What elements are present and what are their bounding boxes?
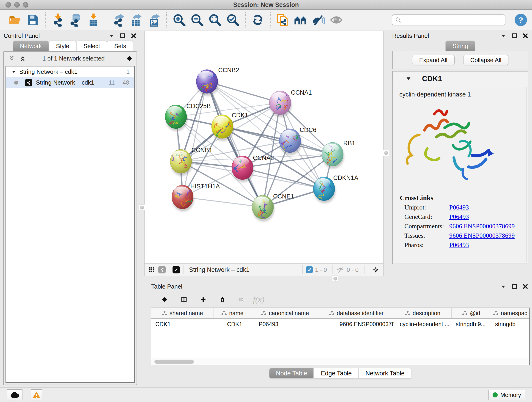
edge-CCNB2-HIST1H1A[interactable] [183, 82, 207, 197]
first-neighbors-button[interactable] [293, 12, 308, 27]
left-splitter-handle[interactable] [139, 204, 145, 211]
results-panel-float-button[interactable] [511, 33, 517, 39]
tab-string[interactable]: String [445, 41, 475, 51]
hidden-eye-icon [312, 13, 325, 27]
zoom-selected-icon [226, 13, 239, 27]
import-table-icon [87, 13, 100, 27]
zoom-fit-button[interactable] [207, 12, 222, 27]
compartments-link[interactable]: 9606.ENSP00000378699 [449, 223, 515, 230]
bottom-splitter-handle[interactable] [332, 275, 338, 281]
search-icon [395, 17, 401, 23]
import-network-button[interactable] [50, 12, 65, 27]
table-panel-float-button[interactable] [511, 283, 517, 289]
cytoscape-window: Session: New Session [0, 0, 532, 402]
column-header[interactable]: name [214, 308, 251, 318]
show-columns-button[interactable] [181, 297, 187, 303]
chevron-down-icon [500, 33, 506, 39]
grid-view-button[interactable] [149, 267, 155, 273]
network-row[interactable]: String Network – cdk1 11 48 [6, 77, 134, 88]
left-splitter[interactable] [140, 31, 144, 387]
column-header[interactable]: description [394, 308, 452, 318]
network-graph[interactable]: CCNB2CCNA1CDC25BCDK1CDC6RB1CCNB1CCNA2CDK… [145, 31, 383, 263]
results-panel-close-button[interactable] [522, 33, 528, 39]
help-button[interactable]: ? [515, 14, 527, 26]
tab-select[interactable]: Select [76, 41, 107, 51]
pharos-link[interactable]: P06493 [449, 241, 469, 249]
uniprot-link[interactable]: P06493 [449, 204, 469, 211]
network-options-button[interactable] [127, 56, 133, 61]
tab-node-table[interactable]: Node Table [269, 368, 314, 379]
network-collection-row[interactable]: String Network – cdk1 1 [6, 66, 134, 77]
open-session-button[interactable] [7, 12, 22, 27]
selected-nodes-checkbox[interactable] [306, 266, 313, 273]
warnings-button[interactable] [31, 389, 42, 400]
zoom-selected-button[interactable] [225, 12, 240, 27]
tab-network[interactable]: Network [13, 41, 49, 51]
expand-all-networks-button[interactable] [20, 56, 26, 61]
tab-network-table[interactable]: Network Table [359, 368, 411, 379]
export-network-icon [112, 13, 125, 27]
tab-style[interactable]: Style [49, 41, 76, 51]
save-session-button[interactable] [25, 12, 40, 27]
table-panel-close-button[interactable] [522, 283, 528, 289]
table-row[interactable]: CDK1 CDK1 P06493 9606.ENSP00000378699 cy… [151, 319, 529, 330]
minimize-window-button[interactable] [14, 2, 20, 7]
table-options-button[interactable] [162, 297, 168, 303]
column-header[interactable]: canonical name [251, 308, 319, 318]
network-view-type-button[interactable] [158, 266, 166, 274]
edge-HIST1H1A-CCNE1[interactable] [183, 197, 263, 207]
control-panel-float-button[interactable] [120, 33, 126, 39]
zoom-window-button[interactable] [23, 2, 28, 7]
collapse-all-button[interactable]: Collapse All [463, 55, 509, 65]
import-database-button[interactable] [68, 12, 83, 27]
collapse-all-networks-button[interactable] [9, 56, 15, 61]
refresh-view-button[interactable] [250, 12, 265, 27]
genecard-link[interactable]: P06493 [449, 213, 469, 220]
column-header[interactable]: namespac [491, 308, 529, 318]
export-table-button[interactable] [129, 12, 144, 27]
import-table-button[interactable] [86, 12, 101, 27]
column-header[interactable]: database identifier [319, 308, 394, 318]
right-splitter-handle[interactable] [383, 150, 389, 156]
tab-edge-table[interactable]: Edge Table [314, 368, 358, 379]
control-panel-close-button[interactable] [131, 33, 137, 39]
sitemap-icon [462, 310, 468, 316]
network-selection-status: 1 of 1 Network selected [26, 55, 121, 62]
expand-all-button[interactable]: Expand All [412, 55, 455, 65]
control-panel-menu-button[interactable] [109, 33, 114, 39]
column-header[interactable]: @id [452, 308, 491, 318]
search-input[interactable] [401, 17, 505, 23]
node-label-CCNE1: CCNE1 [273, 193, 294, 200]
hide-selection-button[interactable] [311, 12, 326, 27]
tissues-link[interactable]: 9606.ENSP00000378699 [449, 232, 515, 239]
gene-description: cyclin-dependent kinase 1 [399, 91, 526, 98]
close-window-button[interactable] [6, 2, 11, 7]
results-panel-menu-button[interactable] [500, 33, 506, 39]
add-column-button[interactable] [200, 297, 206, 303]
show-all-button[interactable] [329, 12, 344, 27]
export-network-button[interactable] [111, 12, 126, 27]
column-header[interactable]: shared name [151, 308, 214, 318]
zoom-out-button[interactable] [190, 12, 205, 27]
cloud-status-button[interactable] [7, 389, 22, 400]
toolbar-separator [166, 12, 167, 27]
fit-selected-button[interactable] [373, 267, 379, 273]
delete-column-button[interactable] [220, 297, 225, 303]
gene-entry-header[interactable]: CDK1 [393, 71, 528, 86]
table-horizontal-scrollbar[interactable] [151, 358, 529, 365]
zoom-in-button[interactable] [172, 12, 187, 27]
network-type-icon [25, 79, 32, 86]
network-view-toolbar: String Network – cdk1 1 - 0 0 - 0 [145, 263, 383, 276]
export-image-button[interactable] [147, 12, 162, 27]
tab-sets[interactable]: Sets [107, 41, 133, 51]
new-network-from-selection-button[interactable] [275, 12, 290, 27]
bottom-splitter[interactable] [144, 276, 532, 281]
grid-icon [149, 267, 155, 273]
birds-eye-view-button[interactable] [172, 266, 180, 274]
table-panel-menu-button[interactable] [500, 283, 506, 289]
network-canvas[interactable]: CCNB2CCNA1CDC25BCDK1CDC6RB1CCNB1CCNA2CDK… [145, 31, 383, 263]
double-chevron-up-icon [20, 56, 26, 61]
scrollbar-thumb[interactable] [154, 360, 194, 364]
memory-button[interactable]: Memory [488, 390, 525, 400]
right-splitter[interactable] [384, 31, 389, 276]
